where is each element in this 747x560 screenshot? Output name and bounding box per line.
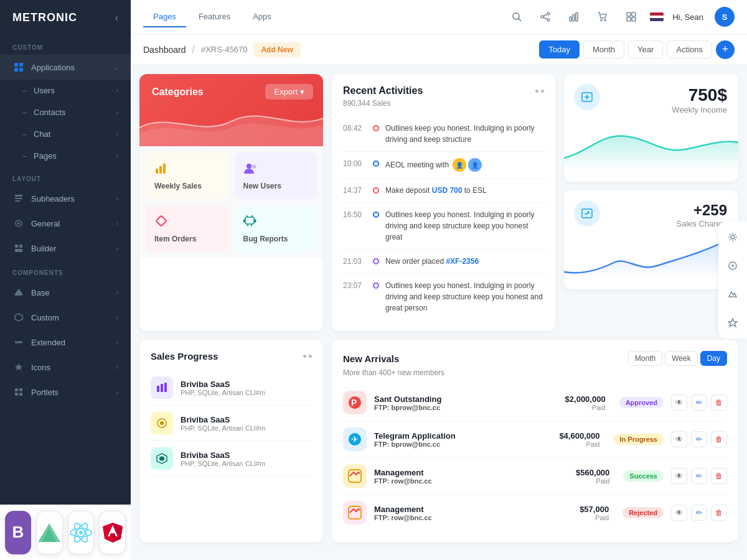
view-button-1[interactable]: 👁 xyxy=(671,394,687,411)
category-bug-reports[interactable]: Bug Reports xyxy=(235,205,317,252)
cart-icon[interactable] xyxy=(593,7,613,27)
sales-options[interactable] xyxy=(303,355,312,358)
svg-point-35 xyxy=(547,12,550,15)
period-week-button[interactable]: Week xyxy=(665,351,697,366)
arrival-icon-4 xyxy=(343,501,367,525)
contacts-label: Contacts xyxy=(34,108,116,117)
delete-button-1[interactable]: 🗑 xyxy=(711,394,727,411)
side-action-1[interactable] xyxy=(723,228,742,246)
category-new-users[interactable]: New Users xyxy=(235,152,317,199)
angular-logo[interactable] xyxy=(99,511,126,554)
progress-info-2: Briviba SaaS PHP, SQLite, Artisan CLI#m xyxy=(181,415,312,432)
sidebar-item-extended[interactable]: Extended › xyxy=(0,330,131,355)
activity-link: #XF-2356 xyxy=(446,257,479,266)
delete-button-4[interactable]: 🗑 xyxy=(711,505,727,521)
sidebar-item-subheaders[interactable]: Subheaders › xyxy=(0,186,131,211)
arrival-amount-4: $57,000 Paid xyxy=(580,505,609,521)
add-button[interactable]: + xyxy=(716,40,735,59)
users-arrow: › xyxy=(116,87,118,94)
side-action-3[interactable] xyxy=(723,285,742,304)
share-icon[interactable] xyxy=(535,7,555,27)
view-button-3[interactable]: 👁 xyxy=(671,468,687,484)
actions-button[interactable]: Actions xyxy=(667,40,712,58)
sidebar-item-applications[interactable]: Applications ⌄ xyxy=(0,55,131,80)
tab-apps[interactable]: Apps xyxy=(243,7,281,27)
recent-options[interactable] xyxy=(535,90,544,93)
side-action-2[interactable] xyxy=(723,256,742,275)
svg-point-28 xyxy=(79,531,83,534)
search-icon[interactable] xyxy=(507,7,527,27)
edit-button-4[interactable]: ✏ xyxy=(691,505,707,521)
svg-rect-14 xyxy=(17,289,20,291)
sidebar-collapse-button[interactable]: ‹ xyxy=(115,12,118,24)
sub-header-controls: Today Month Year Actions + xyxy=(539,40,735,59)
sidebar-item-builder[interactable]: Builder › xyxy=(0,236,131,261)
bottom-row: Sales Progress Briviba SaaS PHP, SQLite, xyxy=(139,340,738,542)
sidebar-item-general[interactable]: General › xyxy=(0,211,131,236)
chart-icon[interactable] xyxy=(564,7,584,27)
side-action-4[interactable] xyxy=(723,314,742,332)
tab-pages[interactable]: Pages xyxy=(143,7,186,27)
activity-text: Outlines keep you honest. Indulging in p… xyxy=(385,123,544,145)
activity-time: 08:42 xyxy=(343,123,367,133)
period-month-button[interactable]: Month xyxy=(583,40,624,58)
user-avatar[interactable]: S xyxy=(715,7,735,27)
arrivals-sub: More than 400+ new members xyxy=(343,368,727,377)
custom-arrow: › xyxy=(116,314,118,321)
sidebar-item-custom[interactable]: Custom › xyxy=(0,305,131,330)
export-button[interactable]: Export ▾ xyxy=(265,84,313,100)
top-row: Categories Export ▾ xyxy=(139,74,738,331)
category-item-orders[interactable]: Item Orders xyxy=(146,205,228,252)
delete-button-3[interactable]: 🗑 xyxy=(711,468,727,484)
svg-rect-63 xyxy=(161,384,163,392)
avatar-2: 👤 xyxy=(468,158,482,172)
svg-rect-50 xyxy=(159,166,162,174)
arrival-price-3: $560,000 xyxy=(576,468,609,477)
period-day-button[interactable]: Day xyxy=(700,351,727,366)
flag-icon[interactable] xyxy=(650,12,664,21)
progress-sub-2: PHP, SQLite, Artisan CLI#m xyxy=(181,424,312,432)
svg-rect-42 xyxy=(576,12,578,21)
sidebar-item-chat[interactable]: – Chat › xyxy=(0,123,131,145)
svg-rect-0 xyxy=(14,63,18,67)
recent-header: Recent Activities xyxy=(343,85,544,96)
right-panels: 750$ Weekly Income xyxy=(564,74,738,331)
activity-dot xyxy=(373,282,379,289)
builder-icon xyxy=(12,242,25,254)
add-new-button[interactable]: Add New xyxy=(253,42,300,57)
icons-icon xyxy=(12,361,25,373)
period-year-button[interactable]: Year xyxy=(628,40,663,58)
svg-rect-3 xyxy=(19,68,23,72)
new-users-icon xyxy=(243,161,309,178)
edit-button-1[interactable]: ✏ xyxy=(691,394,707,411)
svg-rect-56 xyxy=(156,216,167,226)
delete-button-2[interactable]: 🗑 xyxy=(711,431,727,447)
vue-logo[interactable] xyxy=(36,511,63,554)
main-content: Pages Features Apps Hi, Sean S xyxy=(131,0,747,560)
sidebar-item-base[interactable]: Base › xyxy=(0,280,131,305)
sidebar-item-contacts[interactable]: – Contacts › xyxy=(0,101,131,123)
progress-name-1: Briviba SaaS xyxy=(181,380,312,389)
sidebar-item-portlets[interactable]: Portlets › xyxy=(0,380,131,404)
export-chevron-icon: ▾ xyxy=(300,87,304,96)
edit-button-3[interactable]: ✏ xyxy=(691,468,707,484)
period-today-button[interactable]: Today xyxy=(539,40,580,58)
svg-point-75 xyxy=(731,235,735,239)
grid-icon[interactable] xyxy=(621,7,641,27)
svg-rect-41 xyxy=(573,14,575,21)
sidebar-item-icons[interactable]: Icons › xyxy=(0,355,131,380)
chat-label: Chat xyxy=(34,129,116,139)
progress-item-3: Briviba SaaS PHP, SQLite, Artisan CLI#m xyxy=(151,441,312,477)
view-button-4[interactable]: 👁 xyxy=(671,505,687,521)
user-greeting: Hi, Sean xyxy=(672,12,703,22)
sidebar-item-users[interactable]: – Users › xyxy=(0,80,131,101)
edit-button-2[interactable]: ✏ xyxy=(691,431,707,447)
dot-2 xyxy=(309,355,312,358)
category-weekly-sales[interactable]: Weekly Sales xyxy=(146,152,228,199)
period-month-button[interactable]: Month xyxy=(628,351,662,366)
tab-features[interactable]: Features xyxy=(189,7,240,27)
react-logo[interactable] xyxy=(68,511,95,554)
bootstrap-logo[interactable]: B xyxy=(5,511,31,554)
sidebar-item-pages[interactable]: – Pages › xyxy=(0,145,131,167)
view-button-2[interactable]: 👁 xyxy=(671,431,687,447)
